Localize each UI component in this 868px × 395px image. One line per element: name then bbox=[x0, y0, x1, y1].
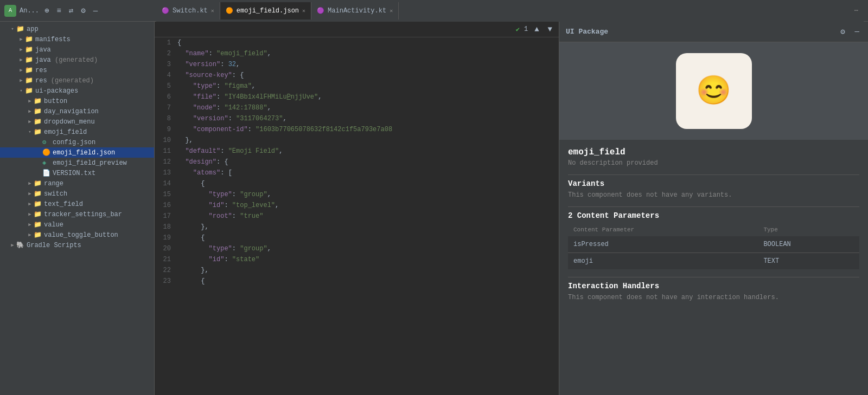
panel-settings-icon[interactable]: ⚙ bbox=[838, 26, 847, 37]
code-line-13: 13 "atoms": [ bbox=[155, 167, 559, 178]
param-name-ispressed: isPressed bbox=[568, 236, 758, 253]
main-layout: ▾ 📁 app ▶ 📁 manifests ▶ 📁 java ▶ 📁 java … bbox=[0, 22, 868, 395]
folder-icon-res-gen: 📁 bbox=[25, 76, 34, 85]
tab-close-switch-kt[interactable]: ✕ bbox=[211, 8, 214, 14]
tab-label-switch-kt: Switch.kt bbox=[173, 7, 208, 15]
top-icon-sync[interactable]: ⇄ bbox=[67, 5, 75, 16]
code-line-4: 4 "source-key": { bbox=[155, 70, 559, 81]
sidebar-label-gradle-scripts: Gradle Scripts bbox=[27, 242, 154, 249]
sidebar-label-res-gen: res (generated) bbox=[35, 77, 154, 85]
top-icon-plus[interactable]: ⊕ bbox=[42, 5, 51, 16]
sidebar-label-manifests: manifests bbox=[35, 36, 154, 43]
tab-mainactivity-kt[interactable]: 🟣 MainActivity.kt ✕ bbox=[311, 2, 399, 20]
tab-emoji-field-json[interactable]: 🟠 emoji_field.json ✕ bbox=[220, 2, 311, 20]
sidebar-item-java[interactable]: ▶ 📁 java bbox=[0, 44, 154, 55]
code-line-11: 11 "default": "Emoji Field", bbox=[155, 146, 559, 157]
sidebar-item-java-generated[interactable]: ▶ 📁 java (generated) bbox=[0, 55, 154, 65]
arrow-tracker-settings-bar: ▶ bbox=[26, 211, 34, 217]
sidebar-item-gradle-scripts[interactable]: ▶ 🐘 Gradle Scripts bbox=[0, 240, 154, 250]
sidebar-item-emoji-field-folder[interactable]: ▾ 📁 emoji_field bbox=[0, 127, 154, 137]
sidebar-item-text-field[interactable]: ▶ 📁 text_field bbox=[0, 199, 154, 209]
folder-icon-java: 📁 bbox=[25, 46, 34, 54]
sidebar-label-java: java bbox=[35, 46, 154, 54]
top-bar: A An... ⊕ ≡ ⇄ ⚙ — 🟣 Switch.kt ✕ 🟠 emoji_… bbox=[0, 0, 868, 22]
sidebar-item-manifests[interactable]: ▶ 📁 manifests bbox=[0, 34, 154, 44]
sidebar-label-range: range bbox=[44, 180, 154, 187]
editor-scroll[interactable]: 1 { 2 "name": "emoji_field", 3 "version"… bbox=[155, 37, 559, 395]
code-line-6: 6 "file": "IY4Bb1x4lFHMiLuPnjjUve", bbox=[155, 92, 559, 102]
sidebar-item-value[interactable]: ▶ 📁 value bbox=[0, 219, 154, 230]
arrow-switch: ▶ bbox=[26, 191, 34, 197]
tab-close-emoji-field-json[interactable]: ✕ bbox=[302, 8, 305, 14]
arrow-emoji-field: ▾ bbox=[26, 129, 34, 135]
folder-icon-res: 📁 bbox=[25, 66, 34, 74]
code-line-2: 2 "name": "emoji_field", bbox=[155, 48, 559, 59]
sidebar-label-version-txt: VERSION.txt bbox=[53, 170, 154, 177]
param-name-emoji: emoji bbox=[568, 253, 758, 270]
sidebar-item-emoji-field-json[interactable]: 🟠 emoji_field.json bbox=[0, 147, 154, 158]
component-preview-card: 😊 bbox=[676, 53, 752, 129]
code-line-14: 14 { bbox=[155, 178, 559, 189]
sidebar-item-res-generated[interactable]: ▶ 📁 res (generated) bbox=[0, 75, 154, 86]
variants-title: Variants bbox=[568, 179, 859, 188]
sidebar-item-emoji-field-preview[interactable]: ◈ emoji_field_preview bbox=[0, 158, 154, 168]
sidebar-item-ui-packages[interactable]: ▾ 📁 ui-packages bbox=[0, 86, 154, 96]
sidebar-label-ui-packages: ui-packages bbox=[35, 87, 154, 95]
code-line-15: 15 "type": "group", bbox=[155, 189, 559, 200]
param-type-emoji: TEXT bbox=[758, 253, 859, 270]
arrow-java: ▶ bbox=[17, 47, 25, 53]
file-icon-emoji-field-json: 🟠 bbox=[42, 148, 51, 157]
tabs-more-button[interactable]: ⋯ bbox=[849, 7, 864, 15]
top-bar-left: A An... ⊕ ≡ ⇄ ⚙ — bbox=[4, 5, 156, 17]
sidebar-item-value-toggle-button[interactable]: ▶ 📁 value_toggle_button bbox=[0, 230, 154, 240]
toolbar-arrow-down[interactable]: ▼ bbox=[546, 24, 554, 35]
sidebar-item-config-json[interactable]: ⚙ config.json bbox=[0, 137, 154, 147]
top-icon-minimize[interactable]: — bbox=[91, 5, 100, 16]
sidebar-item-range[interactable]: ▶ 📁 range bbox=[0, 178, 154, 189]
sidebar-item-button[interactable]: ▶ 📁 button bbox=[0, 96, 154, 106]
param-row-ispressed: isPressed BOOLEAN bbox=[568, 236, 859, 253]
sidebar-label-value-toggle-button: value_toggle_button bbox=[44, 231, 154, 239]
check-icon: ✔ bbox=[516, 25, 520, 34]
sidebar-item-switch[interactable]: ▶ 📁 switch bbox=[0, 189, 154, 199]
top-icon-list[interactable]: ≡ bbox=[54, 5, 63, 16]
sidebar-item-res[interactable]: ▶ 📁 res bbox=[0, 65, 154, 75]
sidebar-label-dropdown-menu: dropdown_menu bbox=[44, 118, 154, 126]
panel-close-icon[interactable]: — bbox=[853, 26, 861, 37]
code-line-22: 22 }, bbox=[155, 265, 559, 276]
param-row-emoji: emoji TEXT bbox=[568, 253, 859, 270]
code-line-3: 3 "version": 32, bbox=[155, 59, 559, 70]
code-line-23: 23 { bbox=[155, 276, 559, 287]
sidebar-label-switch: switch bbox=[44, 190, 154, 198]
folder-icon-value-toggle-button: 📁 bbox=[34, 231, 42, 239]
col-header-type: Type bbox=[758, 223, 859, 236]
toolbar-arrow-up[interactable]: ▲ bbox=[532, 24, 541, 35]
check-count: 1 bbox=[524, 25, 528, 33]
editor-area: ✔ 1 ▲ ▼ 1 { 2 "name": "emoji_field", 3 "… bbox=[155, 22, 559, 395]
arrow-button: ▶ bbox=[26, 98, 34, 104]
param-type-ispressed: BOOLEAN bbox=[758, 236, 859, 253]
top-icon-settings[interactable]: ⚙ bbox=[79, 5, 87, 16]
arrow-app: ▾ bbox=[9, 26, 16, 32]
code-line-7: 7 "node": "142:17888", bbox=[155, 102, 559, 113]
folder-icon-button: 📁 bbox=[34, 97, 42, 105]
code-line-18: 18 }, bbox=[155, 222, 559, 232]
tab-switch-kt[interactable]: 🟣 Switch.kt ✕ bbox=[156, 2, 220, 20]
code-line-1: 1 { bbox=[155, 37, 559, 48]
arrow-range: ▶ bbox=[26, 180, 34, 186]
sidebar-item-tracker-settings-bar[interactable]: ▶ 📁 tracker_settings_bar bbox=[0, 209, 154, 219]
file-icon-config: ⚙ bbox=[42, 138, 51, 146]
tab-close-mainactivity-kt[interactable]: ✕ bbox=[390, 8, 393, 14]
code-line-10: 10 }, bbox=[155, 135, 559, 146]
tab-label-mainactivity-kt: MainActivity.kt bbox=[328, 7, 386, 15]
arrow-ui-packages: ▾ bbox=[17, 88, 25, 94]
sidebar-label-emoji-field-json: emoji_field.json bbox=[53, 149, 154, 157]
file-icon-emoji-field-preview: ◈ bbox=[42, 159, 51, 167]
sidebar-item-version-txt[interactable]: 📄 VERSION.txt bbox=[0, 168, 154, 178]
folder-icon-app: 📁 bbox=[16, 25, 25, 33]
arrow-day-navigation: ▶ bbox=[26, 108, 34, 114]
sidebar-item-dropdown-menu[interactable]: ▶ 📁 dropdown_menu bbox=[0, 116, 154, 127]
sidebar-item-app[interactable]: ▾ 📁 app bbox=[0, 24, 154, 34]
folder-icon-tracker-settings-bar: 📁 bbox=[34, 210, 42, 218]
sidebar-item-day-navigation[interactable]: ▶ 📁 day_navigation bbox=[0, 106, 154, 116]
